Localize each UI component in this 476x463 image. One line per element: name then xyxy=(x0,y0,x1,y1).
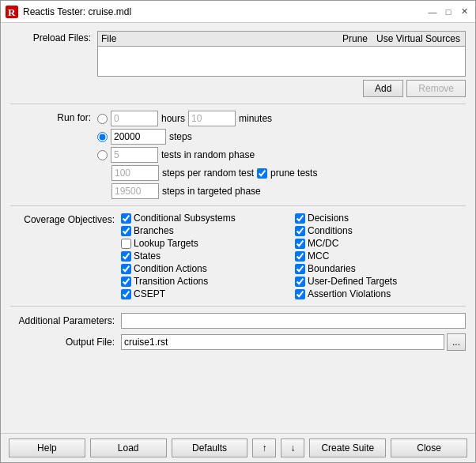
checkbox-assertion-violations[interactable] xyxy=(295,289,305,299)
label-csept: CSEPT xyxy=(134,288,165,299)
close-bottom-button[interactable]: Close xyxy=(391,439,467,457)
window-title: Reactis Tester: cruise.mdl xyxy=(23,6,426,17)
checkbox-states[interactable] xyxy=(121,251,131,262)
radio-random[interactable] xyxy=(97,150,108,160)
label-branches: Branches xyxy=(134,225,174,236)
cov-boundaries: Boundaries xyxy=(295,263,453,274)
prune-tests-checkbox[interactable] xyxy=(257,168,267,179)
steps-label: steps xyxy=(169,131,192,142)
label-mcdc: MC/DC xyxy=(308,238,338,249)
cov-csept: CSEPT xyxy=(121,288,295,299)
prune-tests-label: prune tests xyxy=(270,168,317,179)
cov-conditions: Conditions xyxy=(295,225,453,236)
cov-states: States xyxy=(121,250,295,262)
main-window: R Reactis Tester: cruise.mdl — □ ✕ Prelo… xyxy=(0,0,476,463)
checkbox-decisions[interactable] xyxy=(295,213,305,224)
down-button[interactable]: ↓ xyxy=(281,439,304,457)
browse-button[interactable]: ... xyxy=(447,333,466,351)
run-option-targeted: steps in targeted phase xyxy=(97,183,317,199)
maximize-button[interactable]: □ xyxy=(442,6,455,18)
defaults-button[interactable]: Defaults xyxy=(172,439,248,457)
title-bar: R Reactis Tester: cruise.mdl — □ ✕ xyxy=(1,1,475,23)
cov-assertion-violations: Assertion Violations xyxy=(295,288,453,299)
minimize-button[interactable]: — xyxy=(426,6,439,18)
label-transition-actions: Transition Actions xyxy=(134,276,208,287)
cov-transition-actions: Transition Actions xyxy=(121,276,295,287)
random-tests-label: tests in random phase xyxy=(161,149,255,160)
checkbox-conditions[interactable] xyxy=(295,226,305,236)
additional-params-label: Additional Parameters: xyxy=(10,315,121,326)
help-button[interactable]: Help xyxy=(9,439,85,457)
run-for-label: Run for: xyxy=(10,111,97,123)
steps-value-input[interactable] xyxy=(111,129,166,145)
window-controls: — □ ✕ xyxy=(426,6,470,18)
run-for-section: Run for: hours minutes steps xyxy=(10,111,466,199)
radio-hours[interactable] xyxy=(97,114,108,124)
output-file-input[interactable] xyxy=(121,334,444,350)
cov-mcc: MCC xyxy=(295,250,453,262)
preload-table-container: File Prune Use Virtual Sources Add Remov… xyxy=(97,31,466,97)
remove-button[interactable]: Remove xyxy=(406,80,466,97)
preload-table-header: File Prune Use Virtual Sources xyxy=(98,32,465,47)
preload-table: File Prune Use Virtual Sources xyxy=(97,31,466,77)
col-prune-header: Prune xyxy=(335,33,375,44)
label-condition-actions: Condition Actions xyxy=(134,263,207,274)
label-mcc: MCC xyxy=(308,250,329,262)
radio-steps[interactable] xyxy=(97,132,108,142)
checkbox-boundaries[interactable] xyxy=(295,264,305,274)
label-conditions: Conditions xyxy=(308,225,353,236)
label-assertion-violations: Assertion Violations xyxy=(308,288,391,299)
load-button[interactable]: Load xyxy=(90,439,167,457)
checkbox-transition-actions[interactable] xyxy=(121,277,131,287)
up-button[interactable]: ↑ xyxy=(252,439,276,457)
content-area: Preload Files: File Prune Use Virtual So… xyxy=(1,23,475,433)
targeted-steps-label: steps in targeted phase xyxy=(162,186,261,197)
col-file-header: File xyxy=(101,33,335,44)
preload-label: Preload Files: xyxy=(10,31,97,43)
create-suite-button[interactable]: Create Suite xyxy=(309,439,386,457)
bottom-bar: Help Load Defaults ↑ ↓ Create Suite Clos… xyxy=(1,433,475,462)
checkbox-csept[interactable] xyxy=(121,289,131,299)
label-states: States xyxy=(134,250,161,262)
cov-mcdc: MC/DC xyxy=(295,238,453,249)
run-option-hours: hours minutes xyxy=(97,111,317,126)
divider-2 xyxy=(10,205,466,206)
cov-branches: Branches xyxy=(121,225,295,236)
checkbox-conditional-subsystems[interactable] xyxy=(121,213,131,224)
add-button[interactable]: Add xyxy=(363,80,403,97)
minutes-value-input[interactable] xyxy=(188,111,236,126)
coverage-label: Coverage Objectives: xyxy=(10,213,121,225)
run-option-random: tests in random phase xyxy=(97,147,317,163)
steps-random-input[interactable] xyxy=(111,165,159,181)
cov-conditional-subsystems: Conditional Subsystems xyxy=(121,213,295,224)
label-conditional-subsystems: Conditional Subsystems xyxy=(134,213,236,224)
random-tests-input[interactable] xyxy=(111,147,158,163)
run-for-options: hours minutes steps tests in random phas… xyxy=(97,111,317,199)
steps-per-random-label: steps per random test xyxy=(162,168,254,179)
checkbox-branches[interactable] xyxy=(121,226,131,236)
divider-3 xyxy=(10,306,466,307)
checkbox-mcc[interactable] xyxy=(295,251,305,262)
targeted-steps-input[interactable] xyxy=(111,183,159,199)
cov-lookup-targets: Lookup Targets xyxy=(121,238,295,249)
coverage-grid: Conditional Subsystems Decisions Branche… xyxy=(121,213,453,299)
checkbox-lookup-targets[interactable] xyxy=(121,239,131,249)
hours-value-input[interactable] xyxy=(111,111,158,126)
label-user-defined: User-Defined Targets xyxy=(308,276,397,287)
checkbox-condition-actions[interactable] xyxy=(121,264,131,274)
col-virtual-header: Use Virtual Sources xyxy=(375,33,462,44)
run-option-steps-random: steps per random test prune tests xyxy=(97,165,317,181)
label-lookup-targets: Lookup Targets xyxy=(134,238,198,249)
label-boundaries: Boundaries xyxy=(308,263,356,274)
cov-condition-actions: Condition Actions xyxy=(121,263,295,274)
app-logo: R xyxy=(6,6,18,18)
run-option-steps: steps xyxy=(97,129,317,145)
hours-label: hours xyxy=(161,113,185,124)
output-file-row: Output File: ... xyxy=(10,333,466,351)
checkbox-mcdc[interactable] xyxy=(295,239,305,249)
close-button[interactable]: ✕ xyxy=(458,6,470,18)
checkbox-user-defined[interactable] xyxy=(295,277,305,287)
coverage-section: Coverage Objectives: Conditional Subsyst… xyxy=(10,213,466,299)
additional-params-row: Additional Parameters: xyxy=(10,313,466,329)
additional-params-input[interactable] xyxy=(121,313,466,329)
